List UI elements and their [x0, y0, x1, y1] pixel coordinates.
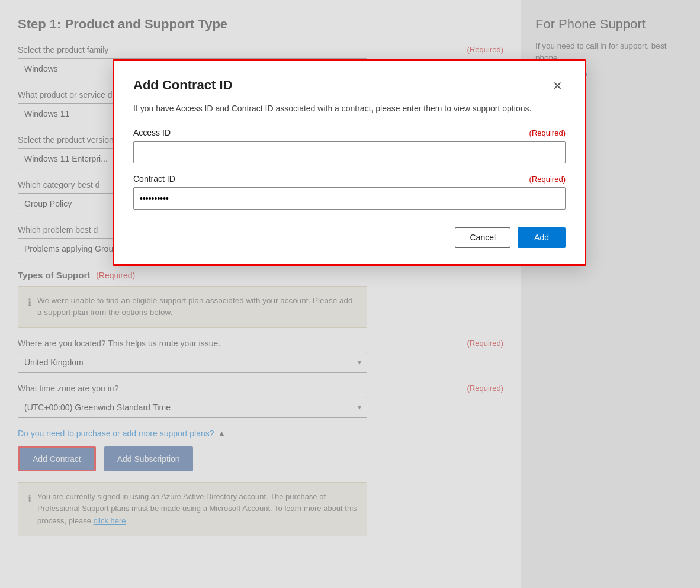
cancel-button[interactable]: Cancel: [455, 227, 510, 248]
modal-description: If you have Access ID and Contract ID as…: [133, 102, 566, 115]
contract-id-input[interactable]: [133, 187, 566, 210]
add-button[interactable]: Add: [518, 227, 566, 248]
modal-close-button[interactable]: ✕: [549, 78, 566, 94]
access-id-input[interactable]: [133, 141, 566, 163]
access-id-label: Access ID: [133, 128, 171, 137]
modal-header: Add Contract ID ✕: [133, 78, 566, 94]
contract-id-group: Contract ID (Required): [133, 174, 566, 220]
add-contract-id-modal: Add Contract ID ✕ If you have Access ID …: [113, 59, 586, 266]
modal-title: Add Contract ID: [133, 78, 232, 93]
modal-footer: Cancel Add: [133, 227, 566, 248]
contract-id-label: Contract ID: [133, 174, 175, 184]
access-id-required: (Required): [529, 128, 566, 137]
contract-id-required: (Required): [529, 175, 566, 184]
access-id-group: Access ID (Required): [133, 128, 566, 174]
